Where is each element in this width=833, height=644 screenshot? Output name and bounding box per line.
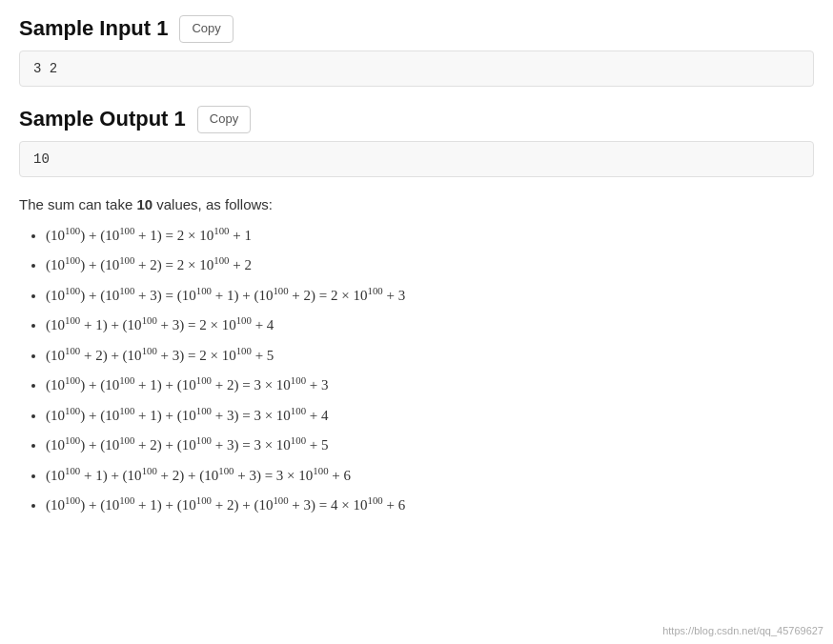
list-item: (10100) + (10100 + 1) + (10100 + 2) + (1… [46, 492, 814, 518]
explanation-text: The sum can take 10 values, as follows: [19, 196, 814, 212]
sample-output-header: Sample Output 1 Copy [19, 106, 814, 133]
list-item: (10100) + (10100 + 3) = (10100 + 1) + (1… [46, 282, 814, 309]
explanation-prefix: The sum can take [19, 196, 136, 212]
sample-output-title: Sample Output 1 [19, 107, 186, 131]
sample-input-code: 3 2 [19, 50, 814, 87]
copy-input-button[interactable]: Copy [179, 15, 233, 43]
list-item: (10100) + (10100 + 1) + (10100 + 2) = 3 … [46, 372, 814, 398]
list-item: (10100 + 1) + (10100 + 3) = 2 × 10100 + … [46, 312, 814, 338]
list-item: (10100) + (10100 + 1) = 2 × 10100 + 1 [46, 222, 814, 249]
sample-input-title: Sample Input 1 [19, 16, 168, 41]
sample-output-section: Sample Output 1 Copy 10 [19, 106, 814, 177]
list-item: (10100) + (10100 + 1) + (10100 + 3) = 3 … [46, 402, 814, 429]
list-item: (10100 + 1) + (10100 + 2) + (10100 + 3) … [46, 462, 814, 489]
bullet-list: (10100) + (10100 + 1) = 2 × 10100 + 1 (1… [19, 222, 814, 518]
sample-input-section: Sample Input 1 Copy 3 2 [19, 15, 814, 87]
explanation-value: 10 [136, 196, 152, 212]
sample-output-code: 10 [19, 141, 814, 177]
list-item: (10100) + (10100 + 2) + (10100 + 3) = 3 … [46, 432, 814, 458]
watermark: https://blog.csdn.net/qq_45769627 [662, 625, 823, 636]
copy-output-button[interactable]: Copy [197, 106, 251, 133]
list-item: (10100) + (10100 + 2) = 2 × 10100 + 2 [46, 252, 814, 278]
list-item: (10100 + 2) + (10100 + 3) = 2 × 10100 + … [46, 342, 814, 369]
explanation-suffix: values, as follows: [152, 196, 273, 212]
sample-input-header: Sample Input 1 Copy [19, 15, 814, 43]
